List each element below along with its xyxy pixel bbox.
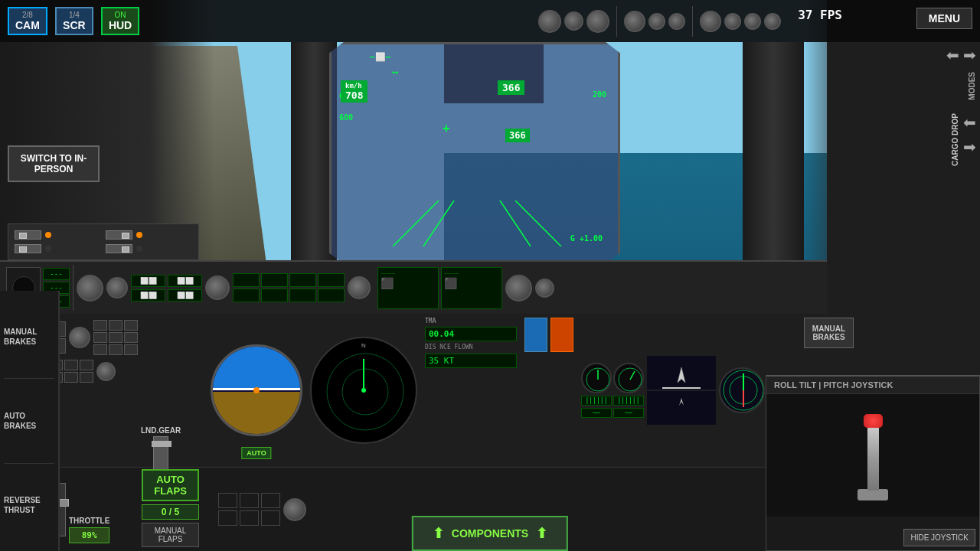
plane-attitude-display — [647, 356, 716, 425]
knob-5[interactable] — [648, 13, 665, 30]
cam-button[interactable]: 2/8 CAM — [8, 7, 47, 35]
toggle-4[interactable] — [106, 244, 132, 253]
knob-2[interactable] — [564, 11, 583, 31]
arrow-right-2[interactable]: ➡ — [963, 138, 976, 156]
arrow-right-1[interactable]: ➡ — [963, 46, 976, 64]
lnd-gear-label: LND.GEAR — [126, 425, 195, 436]
components-button[interactable]: ⬆ COMPONENTS ⬆ — [412, 516, 568, 551]
flaps-value-display: 0 / 5 — [142, 504, 199, 520]
cb-sw-2[interactable] — [240, 493, 259, 508]
manual-brakes-right-button[interactable]: MANUAL BRAKES — [804, 318, 854, 348]
scr-label: SCR — [63, 19, 86, 31]
knob-1[interactable] — [538, 10, 561, 33]
heading-ring — [719, 367, 765, 413]
sw-8[interactable] — [93, 332, 107, 343]
throttle-labels: THROTTLE 89% — [69, 517, 109, 543]
dash-readout-2: ⬜⬜ — [168, 275, 202, 287]
cb-sw-4[interactable] — [218, 510, 237, 526]
large-readout-1: ———— ⬛ — [377, 267, 439, 309]
dash-knob-5[interactable] — [505, 275, 532, 302]
dash-readout-4: ⬜⬜ — [168, 289, 202, 302]
cb-sw-6[interactable] — [261, 510, 280, 526]
knob-10[interactable] — [764, 13, 781, 30]
knob-8[interactable] — [724, 13, 741, 30]
menu-button[interactable]: MENU — [916, 8, 972, 29]
sw-10[interactable] — [124, 332, 138, 343]
joystick-stick[interactable] — [858, 425, 888, 500]
dash-knob-4[interactable] — [348, 276, 371, 299]
svg-point-5 — [342, 369, 388, 415]
sw-7[interactable] — [124, 320, 138, 331]
cam-number: 2/8 — [15, 11, 40, 19]
cb-sw-1[interactable] — [218, 493, 237, 508]
arrow-left-1[interactable]: ⬅ — [946, 46, 959, 64]
hud-button[interactable]: ON HUD — [101, 7, 139, 35]
dr-2 — [261, 273, 288, 287]
left-knob-4[interactable] — [96, 362, 116, 381]
dash-knob-2[interactable] — [106, 277, 128, 298]
sw-12[interactable] — [109, 344, 122, 355]
rpm-2 — [613, 363, 644, 393]
flap-controls: AUTO FLAPS 0 / 5 MANUAL FLAPS — [142, 469, 199, 547]
throttle-label: THROTTLE — [69, 517, 109, 525]
joystick-top-button[interactable] — [864, 414, 883, 428]
dash-knob-6[interactable] — [535, 279, 554, 298]
nav-display-section: N — [306, 314, 421, 467]
light-3a — [45, 246, 51, 252]
sw-16[interactable] — [64, 360, 78, 370]
manual-brakes-section: MANUAL BRAKES — [4, 295, 54, 378]
joystick-area[interactable] — [766, 394, 979, 517]
auto-flaps-button[interactable]: AUTO FLAPS — [142, 469, 199, 501]
joystick-panel: ROLL TILT | PITCH JOYSTICK HIDE JOYSTICK — [766, 375, 980, 551]
knob-4[interactable] — [624, 11, 645, 32]
reverse-thrust-section: REVERSE THRUST — [4, 464, 54, 547]
toggle-2[interactable] — [106, 230, 132, 240]
knob-7[interactable] — [700, 11, 721, 32]
cam-label: CAM — [15, 19, 40, 31]
sw-11[interactable] — [93, 344, 107, 355]
hud-altitude-indicator: 366 — [498, 80, 524, 95]
knob-9[interactable] — [744, 13, 761, 30]
scr-button[interactable]: 1/4 SCR — [55, 7, 93, 35]
sw-21[interactable] — [80, 372, 93, 383]
rpm-gauge-group: |||||| |||||| —— —— — [581, 363, 644, 418]
sw-6[interactable] — [109, 320, 122, 331]
rpm-display-2: |||||| — [613, 396, 644, 406]
cb-sw-3[interactable] — [261, 493, 280, 508]
hud-status: ON — [109, 11, 132, 19]
gear-flap-controls: LND.GEAR — [126, 425, 195, 474]
dr-8 — [318, 289, 345, 302]
knob-6[interactable] — [668, 13, 685, 30]
sw-17[interactable] — [80, 360, 93, 370]
light-2a — [136, 232, 142, 238]
arrow-left-2[interactable]: ⬅ — [963, 113, 976, 132]
orange-indicator — [550, 318, 573, 352]
adi-section: AUTO — [207, 314, 306, 467]
sw-5[interactable] — [93, 320, 107, 331]
toggle-3[interactable] — [15, 244, 41, 253]
sw-9[interactable] — [109, 332, 122, 343]
auto-brakes-label: AUTO BRAKES — [4, 411, 54, 431]
switch-to-inperson-button[interactable]: SWITCH TO IN-PERSON — [8, 145, 100, 182]
toggle-1[interactable] — [15, 230, 41, 240]
center-knob[interactable] — [283, 498, 306, 521]
sw-13[interactable] — [124, 344, 138, 355]
hud-label: HUD — [109, 19, 132, 31]
rpm-display-4: —— — [613, 408, 644, 418]
left-knob-2[interactable] — [69, 327, 90, 348]
indicator-panels — [521, 314, 577, 467]
dash-knob-3[interactable] — [205, 276, 230, 300]
dr-3 — [289, 273, 316, 287]
auto-atc-button[interactable]: AUTO — [241, 447, 271, 459]
dist-value: 00.04 — [425, 327, 517, 341]
hide-joystick-button[interactable]: HIDE JOYSTICK — [903, 529, 975, 546]
knob-3[interactable] — [586, 10, 609, 33]
cb-sw-5[interactable] — [240, 510, 259, 526]
readout-1: --- — [43, 268, 70, 280]
toggle-row-4 — [106, 244, 192, 253]
manual-flaps-button[interactable]: MANUAL FLAPS — [142, 523, 199, 547]
dash-knob-1[interactable] — [77, 275, 103, 302]
joystick-base — [858, 489, 888, 500]
svg-point-4 — [327, 354, 403, 430]
sw-20[interactable] — [64, 372, 78, 383]
